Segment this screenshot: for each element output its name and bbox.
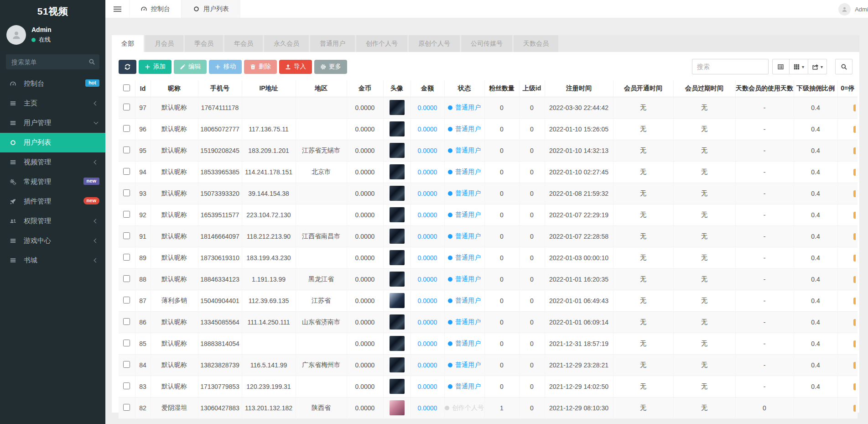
amount-link[interactable]: 0.0000 [418,168,437,176]
rocket-icon [10,198,19,205]
sidebar-item-book-city[interactable]: 书城 [0,251,105,270]
clipped-action-button[interactable] [853,190,856,197]
clipped-action-button[interactable] [853,233,856,240]
user-avatar-thumbnail[interactable] [390,272,405,287]
amount-link[interactable]: 0.0000 [418,276,437,283]
clipped-action-button[interactable] [853,255,856,262]
amount-link[interactable]: 0.0000 [418,233,437,240]
sidebar-item-perm-mgmt[interactable]: 权限管理 [0,211,105,231]
clipped-action-button[interactable] [853,276,856,283]
clipped-action-button[interactable] [853,212,856,219]
row-checkbox[interactable] [123,147,130,153]
filter-tab-5[interactable]: 普通用户 [310,35,355,52]
user-avatar-thumbnail[interactable] [390,143,405,158]
amount-link[interactable]: 0.0000 [418,126,437,133]
user-avatar-thumbnail[interactable] [390,314,405,330]
amount-link[interactable]: 0.0000 [418,190,437,197]
clipped-action-button[interactable] [853,319,856,326]
amount-link[interactable]: 0.0000 [418,383,437,390]
row-checkbox[interactable] [123,168,130,175]
row-checkbox[interactable] [123,232,130,239]
row-checkbox[interactable] [123,382,130,389]
clipped-action-button[interactable] [853,147,856,154]
filter-tab-7[interactable]: 原创个人号 [409,35,460,52]
user-avatar-thumbnail[interactable] [390,357,405,372]
user-avatar-thumbnail[interactable] [390,336,405,351]
amount-link[interactable]: 0.0000 [418,147,437,154]
amount-link[interactable]: 0.0000 [418,319,437,326]
filter-tab-4[interactable]: 永久会员 [264,35,309,52]
select-all-checkbox[interactable] [123,84,130,91]
row-checkbox[interactable] [123,104,130,110]
user-avatar-thumbnail[interactable] [390,250,405,265]
topbar-user-menu[interactable]: Admin [838,0,868,18]
filter-tab-2[interactable]: 季会员 [185,35,223,52]
sidebar-item-video-mgmt[interactable]: 视频管理 [0,152,105,172]
row-checkbox[interactable] [123,297,130,304]
row-checkbox[interactable] [123,404,130,411]
clipped-action-button[interactable] [853,340,856,347]
export-button[interactable]: ▾ [808,59,827,74]
user-avatar-thumbnail[interactable] [390,293,405,308]
sidebar-item-home[interactable]: 主页 [0,94,105,113]
row-checkbox[interactable] [123,189,130,196]
sidebar-item-general-mgmt[interactable]: 常规管理new [0,172,105,192]
user-avatar-thumbnail[interactable] [390,121,405,136]
add-button[interactable]: 添加 [139,60,172,74]
filter-tab-1[interactable]: 月会员 [145,35,183,52]
filter-tab-9[interactable]: 天数会员 [514,35,558,52]
clipped-action-button[interactable] [853,169,856,176]
row-checkbox[interactable] [123,318,130,325]
amount-link[interactable]: 0.0000 [418,297,437,304]
row-checkbox[interactable] [123,254,130,261]
table-search-input[interactable] [692,59,769,74]
amount-link[interactable]: 0.0000 [418,340,437,347]
row-checkbox[interactable] [123,275,130,282]
clipped-action-button[interactable] [853,362,856,369]
amount-link[interactable]: 0.0000 [418,404,437,412]
user-avatar-thumbnail[interactable] [390,186,405,201]
user-avatar-thumbnail[interactable] [390,100,405,115]
filter-tab-3[interactable]: 年会员 [224,35,263,52]
table-row: 84默认昵称13823828739116.5.141.99广东省梅州市0.000… [119,354,858,376]
move-button[interactable]: 移动 [209,60,242,74]
user-avatar-thumbnail[interactable] [390,207,405,222]
user-avatar-thumbnail[interactable] [390,229,405,244]
topbar-tab-user-list[interactable]: 用户列表 [182,0,240,18]
row-checkbox[interactable] [123,125,130,132]
amount-link[interactable]: 0.0000 [418,211,437,219]
amount-link[interactable]: 0.0000 [418,361,437,369]
hamburger-menu-icon[interactable] [105,0,129,18]
refresh-button[interactable] [119,60,136,74]
sidebar-item-user-list[interactable]: 用户列表 [0,133,105,152]
delete-button[interactable]: 删除 [244,60,277,74]
grid-view-button[interactable]: ▾ [789,59,808,74]
user-avatar-thumbnail[interactable] [390,379,405,394]
import-button[interactable]: 导入 [279,60,312,74]
clipped-action-button[interactable] [853,126,856,133]
sidebar-item-game-center[interactable]: 游戏中心 [0,231,105,251]
clipped-action-button[interactable] [853,105,856,111]
sidebar-item-plugin-mgmt[interactable]: 插件管理new [0,192,105,211]
row-checkbox[interactable] [123,361,130,368]
row-checkbox[interactable] [123,211,130,218]
filter-tab-6[interactable]: 创作个人号 [356,35,407,52]
sidebar-item-console[interactable]: 控制台hot [0,74,105,94]
clipped-action-button[interactable] [853,383,856,390]
more-button[interactable]: 更多 [314,60,347,74]
filter-tab-8[interactable]: 公司传媒号 [461,35,512,52]
sidebar-item-user-mgmt[interactable]: 用户管理 [0,113,105,133]
user-avatar-thumbnail[interactable] [390,400,405,415]
filter-tab-0[interactable]: 全部 [112,35,144,52]
topbar-tab-console[interactable]: 控制台 [129,0,182,18]
list-view-button[interactable] [772,59,790,74]
clipped-action-button[interactable] [853,298,856,304]
amount-link[interactable]: 0.0000 [418,104,437,111]
amount-link[interactable]: 0.0000 [418,254,437,262]
search-button[interactable] [835,59,852,74]
row-checkbox[interactable] [123,340,130,346]
sidebar-search-input[interactable] [6,54,99,69]
user-avatar-thumbnail[interactable] [390,164,405,179]
edit-button[interactable]: 编辑 [174,60,207,74]
clipped-action-button[interactable] [853,405,856,412]
